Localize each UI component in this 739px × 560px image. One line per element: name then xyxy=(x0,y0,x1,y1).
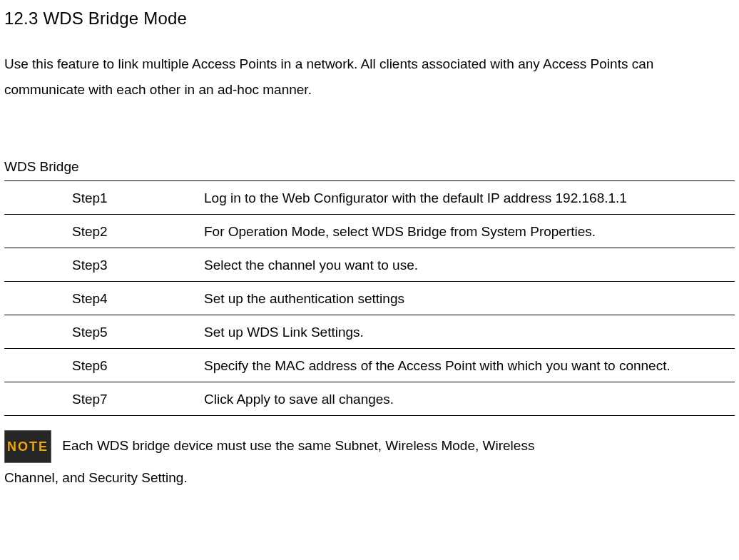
table-row: Step1 Log in to the Web Configurator wit… xyxy=(4,180,735,214)
intro-paragraph: Use this feature to link multiple Access… xyxy=(4,51,735,103)
step-label: Step6 xyxy=(4,349,204,382)
table-row: Step5 Set up WDS Link Settings. xyxy=(4,315,735,349)
note-badge: NOTE xyxy=(4,430,51,463)
table-title: WDS Bridge xyxy=(4,153,735,180)
step-label: Step4 xyxy=(4,281,204,315)
note-badge-text: NOTE xyxy=(7,439,49,454)
step-desc: Set up WDS Link Settings. xyxy=(204,315,735,349)
step-desc: Log in to the Web Configurator with the … xyxy=(204,180,735,214)
step-label: Step1 xyxy=(4,180,204,214)
step-label: Step2 xyxy=(4,214,204,248)
step-desc: For Operation Mode, select WDS Bridge fr… xyxy=(204,214,735,248)
table-row: Step6 Specify the MAC address of the Acc… xyxy=(4,349,735,382)
step-label: Step3 xyxy=(4,248,204,281)
step-label: Step7 xyxy=(4,382,204,416)
step-desc: Specify the MAC address of the Access Po… xyxy=(204,349,735,382)
note-text-line1: Each WDS bridge device must use the same… xyxy=(58,438,534,453)
section-heading: 12.3 WDS Bridge Mode xyxy=(4,6,735,31)
table-row: Step3 Select the channel you want to use… xyxy=(4,248,735,281)
table-row: Step7 Click Apply to save all changes. xyxy=(4,382,735,416)
step-desc: Click Apply to save all changes. xyxy=(204,382,735,416)
steps-table: WDS Bridge Step1 Log in to the Web Confi… xyxy=(4,153,735,416)
note-text-line2: Channel, and Security Setting. xyxy=(4,470,188,485)
table-title-row: WDS Bridge xyxy=(4,153,735,180)
step-desc: Select the channel you want to use. xyxy=(204,248,735,281)
step-label: Step5 xyxy=(4,315,204,349)
table-row: Step4 Set up the authentication settings xyxy=(4,281,735,315)
note-section: NOTE Each WDS bridge device must use the… xyxy=(4,430,735,493)
table-row: Step2 For Operation Mode, select WDS Bri… xyxy=(4,214,735,248)
step-desc: Set up the authentication settings xyxy=(204,281,735,315)
